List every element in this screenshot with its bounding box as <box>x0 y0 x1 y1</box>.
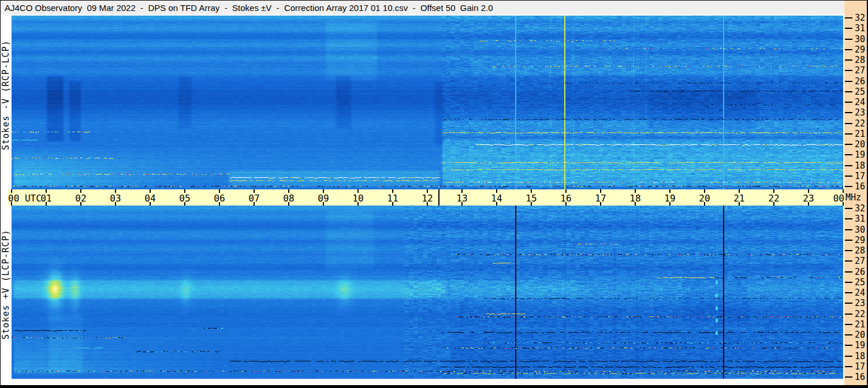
freq-tick <box>845 334 852 335</box>
spectrogram-stokes-minus-v <box>12 16 843 189</box>
window-border-bottom <box>0 385 868 388</box>
freq-tick-label: 27 <box>855 65 865 76</box>
freq-tick <box>845 282 852 283</box>
time-tick-label: 15 <box>526 193 537 204</box>
time-tick-label: 00 UTC <box>8 193 42 204</box>
freq-tick-label: 24 <box>855 97 865 107</box>
window-title: AJ4CO Observatory 09 Mar 2022 - DPS on T… <box>1 3 493 13</box>
freq-tick <box>845 366 852 367</box>
freq-tick <box>845 144 852 145</box>
window-border-top <box>0 0 868 1</box>
freq-tick <box>845 186 852 187</box>
time-tick-label: 03 <box>110 193 121 204</box>
time-tick-label: 19 <box>664 193 675 204</box>
freq-tick <box>845 324 852 325</box>
time-tick-label: 02 <box>75 193 86 204</box>
freq-tick-label: 16 <box>855 372 865 382</box>
freq-tick <box>845 59 852 61</box>
freq-tick-label: 29 <box>855 44 865 55</box>
time-tick-label: 06 <box>214 193 225 204</box>
time-tick-label: 08 <box>283 193 294 204</box>
freq-tick-label: 30 <box>855 34 865 44</box>
freq-tick-label: 19 <box>855 150 865 160</box>
freq-unit-label: MHz <box>845 192 861 203</box>
freq-tick-label: 18 <box>855 351 865 361</box>
freq-tick <box>845 240 852 241</box>
time-tick-label: 11 <box>387 193 398 204</box>
freq-tick-label: 25 <box>855 87 865 97</box>
freq-tick-label: 23 <box>855 107 865 118</box>
time-tick-label: 22 <box>768 193 779 204</box>
freq-tick <box>845 356 852 357</box>
freq-tick <box>845 81 852 82</box>
freq-tick-label: 27 <box>855 256 865 266</box>
freq-tick <box>845 250 852 251</box>
freq-tick-label: 25 <box>855 277 865 288</box>
time-tick-label: 10 <box>352 193 363 204</box>
time-tick-label: 14 <box>491 193 502 204</box>
time-tick-label: 12 <box>422 193 433 204</box>
freq-tick-label: 21 <box>855 319 865 330</box>
window-border-left <box>0 0 1 388</box>
freq-tick-label: 20 <box>855 330 865 340</box>
time-tick-label: 16 <box>560 193 571 204</box>
freq-tick-label: 22 <box>855 309 865 319</box>
freq-tick-label: 26 <box>855 76 865 87</box>
freq-tick-label: 28 <box>855 55 865 65</box>
time-tick-label: 09 <box>318 193 329 204</box>
freq-tick-label: 17 <box>855 361 865 372</box>
time-tick-label: 01 <box>40 193 51 204</box>
freq-tick-label: 18 <box>855 161 865 171</box>
freq-tick <box>845 70 852 71</box>
time-tick-label: 18 <box>629 193 640 204</box>
freq-tick-label: 19 <box>855 340 865 350</box>
freq-tick <box>845 28 852 29</box>
time-tick-label: 05 <box>179 193 190 204</box>
freq-tick <box>845 165 852 166</box>
left-label-stokes-minus-v: Stokes -V (RCP-LCP) <box>1 58 11 150</box>
freq-tick <box>845 39 852 40</box>
spectrogram-stokes-plus-v <box>12 206 843 379</box>
freq-tick <box>845 91 852 92</box>
time-tick-label: 17 <box>595 193 606 204</box>
time-tick-label: 20 <box>699 193 710 204</box>
freq-tick-label: 26 <box>855 267 865 277</box>
freq-tick <box>845 176 852 177</box>
freq-tick <box>845 303 852 304</box>
freq-tick-label: 32 <box>855 203 865 214</box>
time-tick-label: 13 <box>456 193 467 204</box>
freq-tick-label: 24 <box>855 288 865 298</box>
freq-tick-label: 30 <box>855 225 865 235</box>
freq-tick-label: 28 <box>855 245 865 256</box>
freq-tick <box>845 271 852 273</box>
freq-tick-label: 16 <box>855 181 865 192</box>
freq-tick-label: 31 <box>855 23 865 33</box>
freq-tick <box>845 314 852 315</box>
title-bar: AJ4CO Observatory 09 Mar 2022 - DPS on T… <box>1 1 844 14</box>
freq-tick-label: 32 <box>855 13 865 23</box>
freq-tick <box>845 49 852 50</box>
freq-tick-label: 22 <box>855 118 865 129</box>
freq-tick <box>845 154 852 155</box>
freq-tick <box>845 112 852 113</box>
freq-tick-label: 31 <box>855 214 865 224</box>
freq-tick-label: 17 <box>855 171 865 181</box>
freq-tick-label: 23 <box>855 298 865 308</box>
time-axis: 00 UTC0102030405060708091011121314151617… <box>8 189 844 206</box>
freq-tick <box>845 133 852 135</box>
freq-tick <box>845 345 852 346</box>
time-tick-label: 21 <box>733 193 744 204</box>
rss-window: AJ4CO Observatory 09 Mar 2022 - DPS on T… <box>0 0 868 388</box>
freq-tick <box>845 292 852 293</box>
freq-tick <box>845 260 852 262</box>
freq-tick <box>845 17 852 18</box>
freq-tick <box>845 218 852 219</box>
time-tick-label: 23 <box>803 193 814 204</box>
freq-tick <box>845 102 852 103</box>
freq-tick <box>845 376 852 378</box>
freq-tick <box>845 123 852 124</box>
freq-tick <box>845 208 852 209</box>
freq-tick-label: 21 <box>855 129 865 139</box>
freq-tick-label: 29 <box>855 235 865 245</box>
time-axis-marker <box>438 189 439 206</box>
